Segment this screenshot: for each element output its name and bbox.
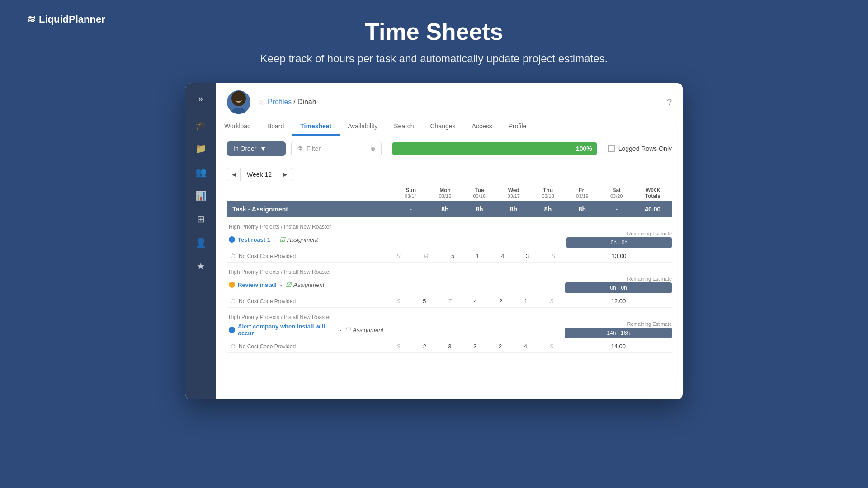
- sidebar-item-people[interactable]: 👥: [191, 162, 211, 182]
- cost-sat-2: S: [538, 340, 565, 353]
- star-icon[interactable]: ☆: [258, 98, 264, 107]
- cost-tue-0[interactable]: 5: [440, 250, 465, 263]
- cost-row-2: ⏱ No Cost Code Provided S 2 3 3 2 4 S 14…: [227, 340, 672, 353]
- filter-placeholder[interactable]: Filter: [307, 145, 367, 152]
- cost-mon-0[interactable]: M: [411, 250, 440, 263]
- sidebar: » 🎓 📁 👥 📊 ⊞ 👤 ★: [185, 83, 216, 399]
- task-tue: 8h: [462, 201, 496, 217]
- progress-percent: 100%: [576, 145, 592, 152]
- cost-fri-0[interactable]: 3: [515, 250, 540, 263]
- task-icon-0: [229, 236, 235, 243]
- current-user-name: Dinah: [297, 98, 316, 106]
- project-group-2: High Priority Projects / Install New Roa…: [227, 310, 672, 353]
- assignment-check-icon: ☑: [286, 281, 292, 288]
- avatar: [227, 90, 250, 114]
- project-path-1: High Priority Projects / Install New Roa…: [227, 264, 672, 276]
- tab-profile[interactable]: Profile: [500, 118, 535, 136]
- cost-code-icon-0: ⏱: [231, 253, 236, 259]
- dropdown-arrow-icon: ▼: [260, 145, 266, 152]
- sidebar-item-favorites[interactable]: ★: [191, 256, 211, 276]
- logo-waves-icon: ≋: [27, 14, 35, 25]
- project-group-1: High Priority Projects / Install New Roa…: [227, 264, 672, 308]
- col-header-tue: Tue 03/16: [462, 185, 496, 201]
- cost-fri-1[interactable]: 1: [513, 295, 538, 308]
- project-path-0: High Priority Projects / Install New Roa…: [227, 219, 672, 231]
- page-subtitle: Keep track of hours per task and automat…: [0, 52, 868, 65]
- toolbar: In Order ▼ ⚗ Filter ⊗ 100% Logged Rows O…: [216, 136, 683, 162]
- sidebar-toggle-button[interactable]: »: [195, 90, 207, 107]
- assignment-label-2: ☐ Assignment: [345, 326, 383, 333]
- week-next-button[interactable]: ▶: [278, 168, 292, 181]
- col-header-thu: Thu 03/18: [531, 185, 565, 201]
- col-header-fri: Fri 03/19: [565, 185, 599, 201]
- assignment-uncheck-icon: ☐: [345, 326, 351, 333]
- svg-point-4: [233, 93, 244, 101]
- task-name-2[interactable]: Alert company when install will occur: [238, 323, 336, 337]
- cost-wed-2[interactable]: 3: [462, 340, 488, 353]
- cost-thu-1[interactable]: 2: [488, 295, 514, 308]
- sidebar-item-profile[interactable]: 👤: [191, 233, 211, 253]
- cost-code-icon-1: ⏱: [231, 298, 236, 305]
- sidebar-item-reports[interactable]: 📊: [191, 186, 211, 206]
- cost-thu-2[interactable]: 2: [488, 340, 513, 353]
- task-sun: -: [394, 201, 428, 217]
- progress-container: 100%: [392, 142, 597, 155]
- profile-header: ☆ Profiles / Dinah ?: [216, 83, 683, 114]
- cost-sun-1: S: [385, 295, 412, 308]
- project-info-row-1: High Priority Projects / Install New Roa…: [227, 264, 672, 276]
- sidebar-item-dashboard[interactable]: ⊞: [191, 209, 211, 229]
- remaining-label-2: Remaining Estimate: [565, 321, 672, 327]
- cost-tue-2[interactable]: 3: [437, 340, 462, 353]
- task-icon-1: [229, 282, 235, 288]
- col-header-wed: Wed 03/17: [496, 185, 531, 201]
- help-icon[interactable]: ?: [667, 97, 672, 108]
- cost-wed-0[interactable]: 1: [465, 250, 490, 263]
- task-wed: 8h: [496, 201, 531, 217]
- task-total: 40.00: [634, 201, 672, 217]
- cost-tue-1[interactable]: T: [437, 295, 463, 308]
- task-link-row-2: Alert company when install will occur - …: [227, 321, 672, 340]
- progress-bar: 100%: [392, 142, 597, 155]
- project-info-row-2: High Priority Projects / Install New Roa…: [227, 310, 672, 321]
- sort-dropdown[interactable]: In Order ▼: [227, 141, 286, 156]
- tab-search[interactable]: Search: [386, 118, 422, 136]
- task-link-row-1: Review install - ☑ Assignment Remaining …: [227, 276, 672, 295]
- cost-label-1: ⏱ No Cost Code Provided: [227, 295, 385, 308]
- task-name-0[interactable]: Test roast 1: [238, 236, 270, 243]
- tab-board[interactable]: Board: [259, 118, 292, 136]
- app-logo[interactable]: ≋ LiquidPlanner: [27, 14, 105, 25]
- remaining-label-1: Remaining Estimate: [565, 276, 672, 282]
- filter-icon: ⚗: [297, 145, 303, 152]
- project-rows: High Priority Projects / Install New Roa…: [227, 219, 672, 353]
- task-link-row-0: Test roast 1 - ☑ Assignment Remaining Es…: [227, 231, 672, 250]
- task-fri: 8h: [565, 201, 599, 217]
- task-name-1[interactable]: Review install: [238, 282, 277, 288]
- task-info-2: Alert company when install will occur - …: [227, 321, 385, 340]
- sidebar-item-projects[interactable]: 📁: [191, 139, 211, 159]
- filter-input-container: ⚗ Filter ⊗: [291, 141, 382, 156]
- tab-changes[interactable]: Changes: [422, 118, 464, 136]
- filter-clear-button[interactable]: ⊗: [370, 145, 376, 152]
- logged-rows-checkbox[interactable]: [608, 145, 615, 152]
- cost-mon-1[interactable]: 5: [412, 295, 437, 308]
- timesheet-table: Sun 03/14 Mon 03/15 Tue 03/16: [227, 185, 672, 217]
- profiles-link[interactable]: Profiles: [268, 98, 292, 106]
- tab-access[interactable]: Access: [464, 118, 500, 136]
- tab-bar: Workload Board Timesheet Availability Se…: [216, 118, 683, 136]
- project-group-0: High Priority Projects / Install New Roa…: [227, 219, 672, 263]
- cost-mon-2[interactable]: 2: [412, 340, 437, 353]
- cost-wed-1[interactable]: 4: [463, 295, 488, 308]
- logged-rows-label: Logged Rows Only: [618, 145, 672, 152]
- cost-fri-2[interactable]: 4: [513, 340, 538, 353]
- sort-label: In Order: [233, 145, 256, 152]
- cost-thu-0[interactable]: 4: [490, 250, 515, 263]
- cost-row-1: ⏱ No Cost Code Provided S 5 T 4 2 1 S 12…: [227, 295, 672, 308]
- tab-workload[interactable]: Workload: [216, 118, 259, 136]
- week-prev-button[interactable]: ◀: [227, 168, 241, 181]
- sidebar-item-learn[interactable]: 🎓: [191, 115, 211, 135]
- tab-timesheet[interactable]: Timesheet: [292, 118, 340, 136]
- cost-total-0: 13.00: [566, 250, 672, 263]
- cost-label-0: ⏱ No Cost Code Provided: [227, 250, 385, 263]
- logged-rows-filter[interactable]: Logged Rows Only: [608, 145, 672, 152]
- tab-availability[interactable]: Availability: [340, 118, 386, 136]
